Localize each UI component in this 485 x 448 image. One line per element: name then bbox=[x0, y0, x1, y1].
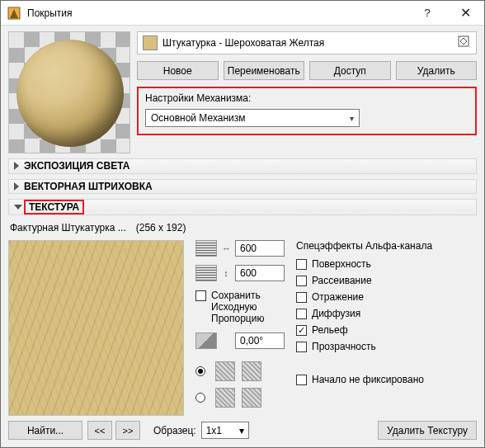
texture-dims: (256 x 192) bbox=[136, 222, 186, 233]
section-exposure-label: ЭКСПОЗИЦИЯ СВЕТА bbox=[24, 160, 129, 172]
expand-icon[interactable] bbox=[456, 35, 471, 50]
rename-button[interactable]: Переименовать bbox=[224, 61, 305, 80]
tile-mode-grid bbox=[195, 361, 285, 408]
chevron-down-icon: ▾ bbox=[350, 114, 354, 123]
section-texture-label: ТЕКСТУРА bbox=[29, 201, 79, 213]
texture-name: Фактурная Штукатурка ... bbox=[10, 222, 126, 233]
checkbox[interactable] bbox=[296, 259, 307, 270]
tile-option-a1[interactable] bbox=[215, 361, 235, 381]
checkbox[interactable] bbox=[296, 342, 307, 352]
keep-ratio-checkbox[interactable] bbox=[195, 290, 206, 301]
engine-label: Настройки Механизма: bbox=[145, 92, 469, 106]
arrow-v-icon: ↕ bbox=[222, 268, 230, 278]
engine-dropdown[interactable]: Основной Механизм ▾ bbox=[145, 109, 360, 127]
arrow-h-icon: ↔ bbox=[222, 243, 230, 253]
chevron-right-icon bbox=[14, 182, 19, 191]
hatch-icon bbox=[195, 240, 217, 257]
content: Штукатурка - Шероховатая Желтая Новое Пе… bbox=[1, 26, 484, 447]
tile-option-b2[interactable] bbox=[242, 388, 261, 408]
section-hatch-label: ВЕКТОРНАЯ ШТРИХОВКА bbox=[24, 181, 153, 192]
fx-transparency[interactable]: Прозрачность bbox=[296, 341, 477, 352]
next-button[interactable]: >> bbox=[115, 421, 140, 440]
angle-row: 0,00° bbox=[195, 332, 285, 349]
engine-value: Основной Механизм bbox=[151, 112, 246, 124]
tile-radio-1[interactable] bbox=[195, 366, 205, 376]
fx-title: Спецэффекты Альфа-канала bbox=[296, 240, 477, 252]
angle-input[interactable]: 0,00° bbox=[235, 332, 285, 349]
fx-diffuse[interactable]: Диффузия bbox=[296, 308, 477, 319]
checkbox[interactable] bbox=[296, 375, 307, 385]
help-button[interactable]: ? bbox=[408, 1, 446, 26]
width-input[interactable]: 600 bbox=[235, 240, 285, 257]
texture-body: ↔ 600 ↕ 600 Сохранить Исходную Пропорцию… bbox=[8, 238, 477, 416]
coatings-dialog: Покрытия ? ✕ Штукатурка - Шероховатая Же… bbox=[0, 0, 485, 448]
keep-ratio-label: Сохранить Исходную Пропорцию bbox=[211, 290, 285, 324]
titlebar: Покрытия ? ✕ bbox=[1, 1, 484, 26]
prev-button[interactable]: << bbox=[87, 421, 112, 440]
texture-info-row: Фактурная Штукатурка ... (256 x 192) bbox=[8, 220, 477, 233]
fx-surface[interactable]: Поверхность bbox=[296, 258, 477, 270]
find-button[interactable]: Найти... bbox=[8, 421, 82, 440]
sample-select[interactable]: 1x1 ▾ bbox=[201, 422, 249, 439]
tile-radio-2[interactable] bbox=[195, 393, 205, 403]
footer-row: Найти... << >> Образец: 1x1 ▾ Удалить Те… bbox=[8, 421, 477, 440]
fx-relief[interactable]: Рельеф bbox=[296, 324, 477, 336]
height-row: ↕ 600 bbox=[195, 265, 285, 281]
section-hatch[interactable]: ВЕКТОРНАЯ ШТРИХОВКА bbox=[8, 179, 477, 195]
delete-texture-button[interactable]: Удалить Текстуру bbox=[378, 421, 477, 440]
hatch-icon bbox=[195, 265, 217, 281]
height-input[interactable]: 600 bbox=[235, 265, 285, 281]
tile-option-a2[interactable] bbox=[242, 361, 261, 381]
texture-params: ↔ 600 ↕ 600 Сохранить Исходную Пропорцию… bbox=[195, 240, 285, 416]
access-button[interactable]: Доступ bbox=[309, 61, 391, 80]
tile-option-b1[interactable] bbox=[215, 388, 235, 408]
chevron-down-icon bbox=[14, 205, 22, 210]
chevron-down-icon: ▾ bbox=[239, 425, 244, 436]
fx-origin[interactable]: Начало не фиксировано bbox=[296, 374, 477, 385]
delete-button[interactable]: Удалить bbox=[396, 61, 478, 80]
nav-buttons: << >> bbox=[87, 421, 140, 440]
action-buttons: Новое Переименовать Доступ Удалить bbox=[137, 61, 477, 80]
checkbox[interactable] bbox=[296, 309, 307, 319]
fx-diffusion[interactable]: Рассеивание bbox=[296, 275, 477, 286]
preview-sphere bbox=[16, 40, 124, 147]
checkbox[interactable] bbox=[296, 292, 307, 303]
top-row: Штукатурка - Шероховатая Желтая Новое Пе… bbox=[8, 31, 477, 153]
sample-value: 1x1 bbox=[206, 425, 222, 436]
keep-ratio-row[interactable]: Сохранить Исходную Пропорцию bbox=[195, 290, 285, 324]
material-swatch[interactable] bbox=[143, 35, 158, 50]
header-right: Штукатурка - Шероховатая Желтая Новое Пе… bbox=[137, 31, 477, 153]
width-row: ↔ 600 bbox=[195, 240, 285, 257]
angle-icon bbox=[195, 332, 217, 349]
texture-preview bbox=[8, 240, 184, 416]
app-icon bbox=[7, 7, 21, 20]
material-preview bbox=[8, 31, 130, 153]
material-name-box: Штукатурка - Шероховатая Желтая bbox=[137, 31, 477, 54]
new-button[interactable]: Новое bbox=[137, 61, 219, 80]
alpha-effects: Спецэффекты Альфа-канала Поверхность Рас… bbox=[296, 240, 477, 416]
section-exposure[interactable]: ЭКСПОЗИЦИЯ СВЕТА bbox=[8, 158, 477, 174]
chevron-right-icon bbox=[14, 162, 19, 170]
checkbox[interactable] bbox=[296, 325, 307, 336]
close-button[interactable]: ✕ bbox=[446, 1, 484, 26]
engine-settings-box: Настройки Механизма: Основной Механизм ▾ bbox=[137, 87, 477, 135]
window-title: Покрытия bbox=[27, 7, 408, 19]
fx-reflection[interactable]: Отражение bbox=[296, 291, 477, 303]
checkbox[interactable] bbox=[296, 276, 307, 286]
material-name: Штукатурка - Шероховатая Желтая bbox=[162, 37, 451, 49]
section-texture[interactable]: ТЕКСТУРА bbox=[8, 199, 477, 215]
sample-label: Образец: bbox=[153, 425, 196, 436]
